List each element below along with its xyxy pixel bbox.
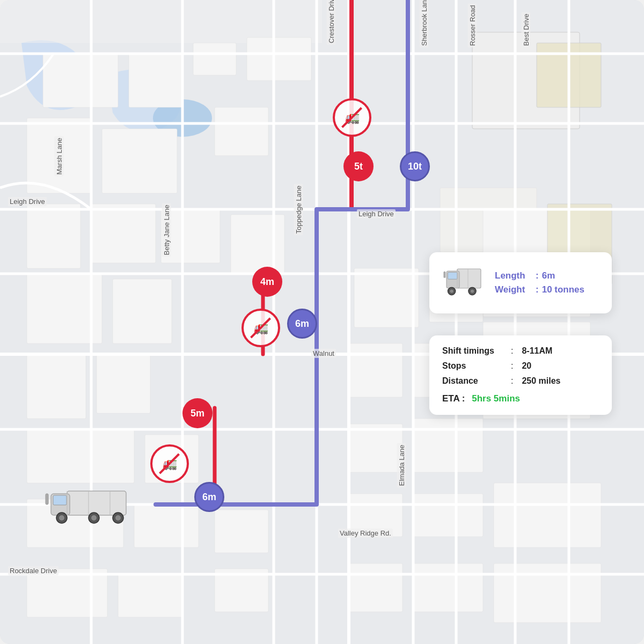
svg-rect-24 (97, 354, 150, 413)
length-label: Length (495, 270, 532, 281)
svg-rect-77 (457, 269, 481, 288)
svg-rect-5 (193, 43, 236, 75)
badge-4m: 4m (252, 267, 282, 297)
street-betty: Betty Jane Lane (162, 203, 171, 257)
svg-point-75 (115, 515, 121, 521)
svg-rect-20 (113, 279, 172, 343)
svg-rect-28 (27, 429, 134, 483)
no-entry-sign-3: 🚛 (150, 444, 189, 483)
weight-value: 10 tonnes (542, 284, 584, 295)
map-background (0, 0, 644, 644)
distance-value: 250 miles (522, 376, 560, 386)
badge-5m: 5m (182, 398, 213, 428)
length-value: 6m (542, 270, 555, 281)
eta-label: ETA : (442, 393, 465, 404)
svg-rect-25 (349, 343, 402, 397)
badge-6m-bot: 6m (194, 482, 224, 512)
street-marsh: Marsh Lane (55, 136, 64, 177)
svg-rect-64 (67, 491, 126, 515)
stops-label: Stops (442, 361, 507, 371)
svg-rect-66 (53, 495, 67, 505)
svg-rect-6 (247, 38, 311, 80)
svg-point-85 (471, 289, 474, 292)
street-best: Best Drive (522, 12, 531, 48)
weight-label: Weight (495, 284, 532, 295)
vehicle-specs: Length : 6m Weight : 10 tonnes (495, 270, 584, 295)
svg-rect-37 (494, 483, 601, 547)
svg-rect-43 (494, 564, 601, 623)
street-rockdale: Rockdale Drive (8, 566, 58, 575)
length-row: Length : 6m (495, 270, 584, 281)
badge-10t: 10t (400, 151, 430, 181)
svg-point-73 (91, 515, 97, 521)
svg-rect-42 (413, 564, 483, 612)
svg-rect-39 (118, 574, 182, 617)
vehicle-icon (442, 263, 485, 303)
shift-value: 8-11AM (522, 346, 552, 356)
stops-value: 20 (522, 361, 531, 371)
svg-point-71 (59, 515, 64, 521)
no-entry-sign-1: 🚛 (333, 98, 371, 137)
svg-rect-30 (349, 424, 402, 472)
svg-rect-21 (354, 268, 419, 327)
distance-label: Distance (442, 376, 507, 386)
svg-rect-3 (43, 54, 118, 107)
no-entry-sign-2: 🚛 (241, 309, 280, 347)
truck-on-map (40, 483, 142, 528)
street-sherbrook: Sherbrook Lane (420, 0, 429, 48)
svg-rect-13 (91, 204, 156, 263)
svg-rect-23 (27, 354, 86, 419)
svg-rect-10 (102, 129, 177, 193)
svg-rect-15 (231, 215, 284, 274)
street-elmada: Elmada Lane (397, 443, 406, 488)
eta-value: 5hrs 5mins (472, 393, 520, 404)
svg-rect-79 (448, 272, 457, 279)
svg-rect-11 (215, 107, 268, 156)
weight-row: Weight : 10 tonnes (495, 284, 584, 295)
badge-5t: 5t (343, 151, 374, 181)
svg-rect-12 (27, 204, 80, 268)
stops-row: Stops : 20 (442, 361, 599, 371)
shift-row: Shift timings : 8-11AM (442, 346, 599, 356)
svg-rect-38 (27, 569, 107, 617)
svg-rect-34 (215, 510, 268, 553)
svg-rect-4 (129, 54, 182, 107)
street-walnut: Walnut (311, 349, 336, 358)
map-container: Crestover Drive Sherbrook Lane Rosser Ro… (0, 0, 644, 644)
street-kilton: Leigh Drive (357, 209, 396, 218)
shift-label: Shift timings (442, 346, 507, 356)
eta-row: ETA : 5hrs 5mins (442, 393, 599, 404)
badge-6m-mid: 6m (287, 309, 317, 339)
svg-rect-76 (46, 494, 48, 504)
street-toppedge: Toppedge Lane (294, 184, 303, 236)
svg-rect-33 (134, 504, 199, 547)
street-crestover: Crestover Drive (327, 0, 336, 45)
street-leigh: Leigh Drive (8, 197, 47, 206)
distance-row: Distance : 250 miles (442, 376, 599, 386)
vehicle-info-card: Length : 6m Weight : 10 tonnes (429, 252, 612, 313)
street-rosser: Rosser Road (468, 4, 477, 48)
svg-point-83 (450, 289, 453, 292)
svg-rect-41 (349, 564, 402, 612)
svg-rect-86 (443, 272, 445, 278)
svg-rect-31 (413, 419, 483, 472)
route-info-card: Shift timings : 8-11AM Stops : 20 Distan… (429, 335, 612, 415)
street-valley: Valley Ridge Rd. (338, 529, 393, 538)
svg-rect-36 (413, 494, 483, 537)
